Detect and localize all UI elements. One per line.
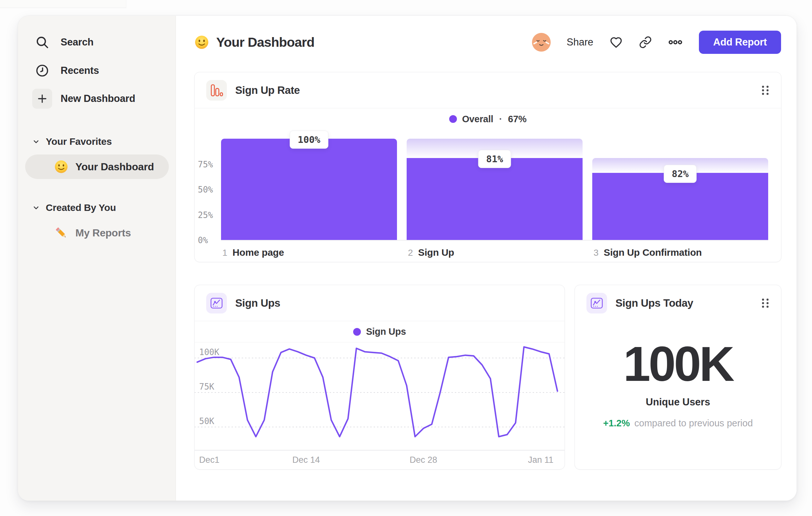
- line-x-tick: Jan 11: [528, 455, 553, 465]
- funnel-y-axis: 75%50%25%0%: [198, 134, 221, 241]
- sidebar-item-recents[interactable]: Recents: [32, 60, 99, 81]
- sidebar-item-new-dashboard[interactable]: New Dashboard: [32, 88, 135, 109]
- line-y-tick: 100K: [199, 347, 220, 357]
- funnel-x-axis: 1Home page2Sign Up3Sign Up Confirmation: [221, 247, 768, 258]
- legend-value: 67%: [508, 114, 526, 125]
- sidebar: Search Recents New Dashboard: [18, 16, 176, 500]
- sidebar-section-created-by-you[interactable]: Created By You: [32, 197, 116, 218]
- sidebar-item-label: Search: [61, 36, 93, 48]
- line-chart-icon: [586, 293, 607, 314]
- sign-up-rate-card: Sign Up Rate Overall · 67% 75%50%25%0% 1…: [194, 72, 781, 262]
- step-index: 2: [408, 248, 413, 258]
- sidebar-item-my-reports[interactable]: My Reports: [54, 222, 131, 243]
- legend-dot: [449, 115, 457, 123]
- line-x-tick: Dec 14: [292, 455, 320, 465]
- sidebar-item-label: My Reports: [76, 227, 131, 239]
- section-title: Your Favorites: [46, 136, 112, 147]
- step-name: Sign Up Confirmation: [604, 247, 702, 258]
- line-x-tick: Dec 28: [410, 455, 437, 465]
- conversion-badge: 82%: [664, 165, 697, 183]
- step-index: 1: [222, 248, 228, 258]
- line-legend: Sign Ups: [195, 321, 564, 343]
- funnel-bar-sign-up-confirmation: 82%: [592, 134, 768, 240]
- conversion-badge: 100%: [290, 131, 328, 149]
- header-actions: Share Add Report: [532, 31, 781, 54]
- sidebar-item-label: Your Dashboard: [76, 161, 154, 173]
- funnel-y-tick: 25%: [198, 210, 213, 220]
- sidebar-item-your-dashboard[interactable]: Your Dashboard: [25, 155, 169, 179]
- funnel-bar-home-page: 100%: [221, 134, 397, 240]
- add-report-button[interactable]: Add Report: [699, 31, 781, 54]
- share-button[interactable]: Share: [567, 36, 593, 48]
- step-name: Home page: [233, 247, 284, 258]
- more-options-icon[interactable]: [668, 35, 683, 50]
- app-window: Search Recents New Dashboard: [18, 16, 797, 501]
- bar-chart-icon: [206, 80, 227, 101]
- smiley-emoji-icon: [54, 160, 68, 174]
- funnel-y-tick: 50%: [198, 185, 213, 194]
- funnel-bar-sign-up: 81%: [407, 134, 583, 240]
- section-title: Created By You: [46, 202, 116, 213]
- search-icon: [32, 32, 52, 52]
- metric-subtitle: Unique Users: [575, 396, 781, 408]
- card-header: Sign Ups Today: [575, 285, 781, 321]
- funnel-step-label: 2Sign Up: [407, 247, 583, 258]
- line-y-tick: 75K: [199, 382, 214, 391]
- funnel-legend: Overall · 67%: [195, 108, 781, 130]
- favorite-heart-icon[interactable]: [609, 35, 623, 49]
- sidebar-section-your-favorites[interactable]: Your Favorites: [32, 131, 112, 152]
- card-title: Sign Ups: [235, 297, 280, 309]
- smiley-emoji-icon: [194, 35, 209, 50]
- conversion-badge: 81%: [478, 150, 511, 168]
- chevron-down-icon: [32, 138, 40, 145]
- line-chart-x-axis: Dec1Dec 14Dec 28Jan 11: [195, 455, 564, 467]
- sidebar-item-search[interactable]: Search: [32, 32, 93, 53]
- funnel-step-label: 3Sign Up Confirmation: [592, 247, 768, 258]
- background-top-strip: [0, 0, 126, 8]
- legend-separator: ·: [499, 114, 502, 125]
- page-title: Your Dashboard: [216, 35, 315, 50]
- plus-icon: [32, 89, 52, 109]
- funnel-bar-fill: [221, 139, 397, 240]
- funnel-plot: 100%81%82%: [221, 134, 768, 241]
- delta-percent: +1.2%: [603, 418, 630, 429]
- line-x-tick: Dec1: [199, 455, 220, 465]
- sign-ups-line-svg: [195, 343, 564, 453]
- legend-label: Overall: [462, 114, 493, 125]
- line-y-tick: 50K: [199, 416, 214, 426]
- card-title: Sign Ups Today: [615, 297, 693, 309]
- card-header: Sign Up Rate: [195, 72, 781, 108]
- chevron-down-icon: [32, 204, 40, 212]
- legend-label: Sign Ups: [366, 326, 406, 337]
- legend-dot: [353, 328, 361, 336]
- funnel-bar-fill: [407, 158, 583, 240]
- funnel-bar-fill: [592, 173, 768, 240]
- sign-ups-card: Sign Ups Sign Ups Dec1Dec 14Dec 28Jan 11…: [194, 285, 565, 469]
- card-title: Sign Up Rate: [235, 84, 300, 97]
- pencil-emoji-icon: [54, 226, 68, 240]
- card-header: Sign Ups: [195, 285, 564, 321]
- drag-handle-icon[interactable]: [761, 298, 770, 309]
- funnel-y-tick: 0%: [198, 236, 208, 245]
- sign-ups-today-card: Sign Ups Today 100K Unique Users +1.2% c…: [575, 285, 781, 469]
- sign-ups-series-line: [197, 347, 557, 437]
- copy-link-icon[interactable]: [639, 36, 652, 49]
- funnel-step-label: 1Home page: [221, 247, 397, 258]
- delta-note: compared to previous period: [634, 418, 753, 429]
- metric-value: 100K: [575, 339, 781, 388]
- funnel-y-tick: 75%: [198, 160, 213, 169]
- page-title-group: Your Dashboard: [194, 35, 315, 50]
- clock-icon: [32, 61, 52, 81]
- line-chart-icon: [206, 293, 227, 314]
- sidebar-item-label: Recents: [61, 65, 99, 76]
- dashboard-header: Your Dashboard Share: [176, 16, 796, 69]
- line-chart-plot: [195, 343, 564, 453]
- step-index: 3: [593, 248, 599, 258]
- sidebar-item-label: New Dashboard: [61, 93, 135, 105]
- main-content: Your Dashboard Share: [176, 16, 796, 500]
- step-name: Sign Up: [418, 247, 454, 258]
- drag-handle-icon[interactable]: [761, 85, 770, 96]
- avatar[interactable]: [532, 33, 551, 52]
- metric-delta: +1.2% compared to previous period: [575, 418, 781, 429]
